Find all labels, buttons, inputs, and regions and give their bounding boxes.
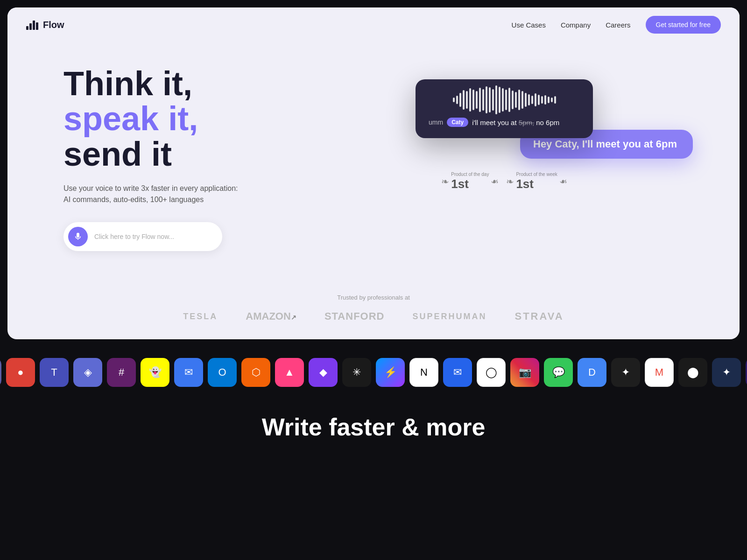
dock-icon-label: 💬 bbox=[552, 366, 565, 378]
navbar: Flow Use Cases Company Careers Get start… bbox=[7, 7, 740, 42]
dock-icon-gmail[interactable]: M bbox=[645, 358, 674, 387]
wave-bar bbox=[482, 89, 484, 111]
dock-icon-label: O bbox=[218, 366, 226, 378]
dock-icon-obsidian[interactable]: ◆ bbox=[309, 358, 338, 387]
brand-stanford: Stanford bbox=[324, 310, 385, 322]
transcript-row: umm Caty i'll meet you at 5pm, no 6pm bbox=[429, 118, 580, 127]
logo-icon bbox=[26, 20, 39, 30]
dock-icon-feather[interactable]: ✦ bbox=[712, 358, 741, 387]
svg-rect-1 bbox=[29, 23, 32, 30]
hero-title-line3: send it bbox=[63, 135, 172, 173]
get-started-button[interactable]: Get started for free bbox=[646, 16, 721, 34]
dock-icon-snapchat[interactable]: 👻 bbox=[141, 358, 169, 387]
dock-icon-clickup[interactable]: ▲ bbox=[275, 358, 304, 387]
dock-icon-outlook[interactable]: O bbox=[208, 358, 237, 387]
dock-icon-label: ● bbox=[17, 366, 23, 378]
award-product-day: ❧ Product of the day 1st ❧ bbox=[441, 172, 499, 191]
wave-bar bbox=[456, 96, 458, 104]
dock-icon-mail[interactable]: ✉ bbox=[443, 358, 472, 387]
dock-icon-perplexity[interactable]: ✳ bbox=[342, 358, 371, 387]
strikethrough-text: 5pm, bbox=[519, 119, 534, 126]
dock-icon-label: ✦ bbox=[621, 366, 630, 378]
svg-rect-0 bbox=[26, 26, 28, 30]
bottom-tagline-text: Write faster & more bbox=[19, 413, 728, 441]
dock-icon-github[interactable]: ⬤ bbox=[678, 358, 707, 387]
dock-icon-label: ✳ bbox=[352, 366, 361, 378]
mic-button[interactable] bbox=[68, 227, 88, 246]
wave-bar bbox=[521, 91, 523, 109]
dock-icon-figma[interactable]: ✦ bbox=[611, 358, 640, 387]
dock-icon-messenger[interactable]: ⚡ bbox=[376, 358, 405, 387]
wave-bar bbox=[489, 87, 491, 112]
dock-icon-label: ✦ bbox=[722, 366, 731, 378]
brand-superhuman: SUPERHUMAN bbox=[412, 312, 486, 322]
dock-icon-signal[interactable]: ✉ bbox=[174, 358, 203, 387]
wave-bar bbox=[472, 90, 474, 110]
award-product-week: ❧ Product of the week 1st ❧ bbox=[506, 172, 567, 191]
hero-right: umm Caty i'll meet you at 5pm, no 6pm He… bbox=[306, 79, 702, 238]
dock-icon-linear2[interactable]: ◯ bbox=[477, 358, 506, 387]
wave-bar bbox=[518, 90, 520, 110]
dock-icon-instagram[interactable]: 📷 bbox=[510, 358, 539, 387]
bottom-tagline: Write faster & more bbox=[0, 398, 747, 450]
wave-bar bbox=[466, 91, 468, 109]
try-flow-placeholder: Click here to try Flow now... bbox=[94, 233, 174, 240]
hero-section: Think it, speak it, send it Use your voi… bbox=[7, 42, 740, 285]
dock-icon-label: M bbox=[655, 366, 663, 378]
wave-bar bbox=[469, 88, 471, 112]
dock-icon-label: ✉ bbox=[453, 366, 462, 378]
logo[interactable]: Flow bbox=[26, 20, 64, 30]
wave-bar bbox=[535, 93, 536, 106]
wave-bar bbox=[476, 91, 478, 109]
awards: ❧ Product of the day 1st ❧ ❧ Product of … bbox=[441, 172, 567, 191]
wave-bar bbox=[531, 96, 533, 104]
wave-bar bbox=[453, 98, 455, 102]
dock-icon-todo[interactable]: ✓ bbox=[0, 358, 1, 387]
dock-icon-messages[interactable]: 💬 bbox=[544, 358, 573, 387]
transcript-correction: no 6pm bbox=[536, 119, 559, 126]
wave-bar bbox=[479, 88, 481, 112]
brand-tesla: TESLA bbox=[183, 312, 218, 322]
laurel-right-day: ❧ bbox=[491, 176, 499, 187]
dock-icon-label: T bbox=[51, 366, 57, 378]
wave-bar bbox=[459, 93, 461, 107]
dock-icon-docs[interactable]: D bbox=[578, 358, 606, 387]
nav-company[interactable]: Company bbox=[561, 21, 591, 29]
wave-bar bbox=[538, 95, 540, 105]
nav-careers[interactable]: Careers bbox=[606, 21, 630, 29]
dock-icon-label: ◆ bbox=[319, 366, 327, 378]
wave-bar bbox=[554, 96, 556, 104]
dock-icon-todoist[interactable]: ● bbox=[6, 358, 35, 387]
mic-icon bbox=[74, 232, 82, 241]
wave-bar bbox=[486, 86, 487, 113]
transcript-msg: i'll meet you at 5pm, no 6pm bbox=[472, 119, 559, 126]
wave-bar bbox=[492, 89, 494, 111]
brand-logos: TESLA amazon↗ Stanford SUPERHUMAN STRAVA bbox=[26, 310, 721, 322]
dock-icon-teams[interactable]: T bbox=[40, 358, 69, 387]
transcript-umm: umm bbox=[429, 119, 443, 126]
brand-strava: STRAVA bbox=[514, 310, 564, 322]
dock-icon-label: ◯ bbox=[486, 366, 497, 378]
laurel-left-day: ❧ bbox=[441, 176, 449, 187]
dock-icon-linear[interactable]: ◈ bbox=[73, 358, 102, 387]
dock-icon-replit[interactable]: ⬡ bbox=[241, 358, 270, 387]
wave-bar bbox=[508, 88, 510, 112]
wave-bar bbox=[463, 90, 465, 110]
svg-rect-3 bbox=[36, 22, 38, 30]
wave-bar bbox=[544, 95, 546, 105]
trusted-strip: Trusted by professionals at TESLA amazon… bbox=[7, 285, 740, 339]
nav-links: Use Cases Company Careers Get started fo… bbox=[512, 16, 721, 34]
nav-use-cases[interactable]: Use Cases bbox=[512, 21, 546, 29]
app-dock: ✓●T◈#👻✉O⬡▲◆✳⚡N✉◯📷💬D✦M⬤✦★ bbox=[0, 347, 747, 398]
dock-icon-label: ⬤ bbox=[687, 366, 699, 378]
laurel-left-week: ❧ bbox=[506, 176, 514, 187]
wave-bar bbox=[495, 85, 497, 114]
dock-icon-slack[interactable]: # bbox=[107, 358, 136, 387]
hero-title: Think it, speak it, send it bbox=[63, 66, 288, 172]
try-flow-input[interactable]: Click here to try Flow now... bbox=[63, 222, 222, 251]
wave-bar bbox=[525, 93, 527, 107]
dock-icon-notion[interactable]: N bbox=[409, 358, 438, 387]
wave-bar bbox=[541, 96, 543, 104]
main-hero-card: Flow Use Cases Company Careers Get start… bbox=[7, 7, 740, 339]
award-day-rank: 1st bbox=[451, 177, 489, 191]
